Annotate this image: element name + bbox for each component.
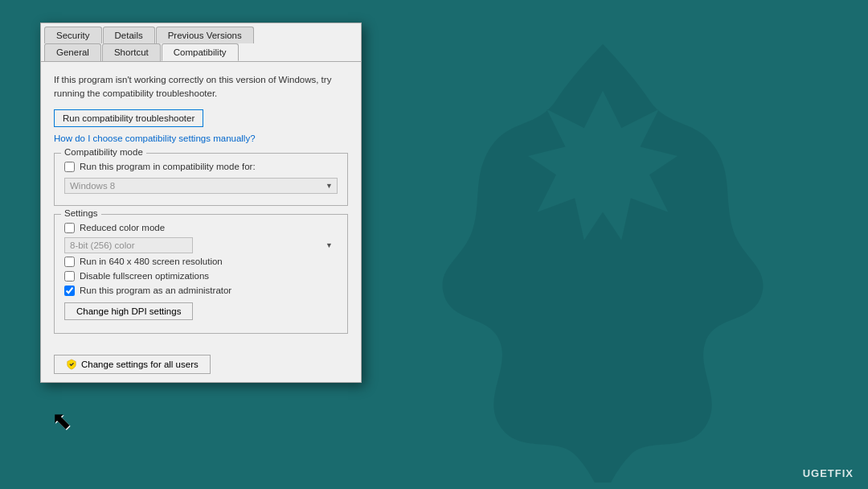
tab-row-bottom: General Shortcut Compatibility <box>41 43 361 61</box>
tab-details[interactable]: Details <box>103 27 155 43</box>
compatibility-mode-group: Compatibility mode Run this program in c… <box>54 153 348 206</box>
all-users-label: Change settings for all users <box>81 360 199 369</box>
tab-bar: Security Details Previous Versions Gener… <box>41 23 361 62</box>
fullscreen-checkbox[interactable] <box>64 271 75 281</box>
manual-settings-link[interactable]: How do I choose compatibility settings m… <box>54 134 348 143</box>
compat-mode-checkbox[interactable] <box>64 162 75 172</box>
reduced-color-label: Reduced color mode <box>80 223 165 232</box>
tab-security[interactable]: Security <box>44 27 102 43</box>
shield-icon <box>66 359 77 370</box>
reduced-color-row: Reduced color mode <box>64 223 338 233</box>
compat-dropdown-wrapper: Windows 8 Windows 7 Windows Vista Window… <box>64 178 338 194</box>
dialog-footer: Change settings for all users <box>41 350 361 382</box>
compat-dropdown[interactable]: Windows 8 Windows 7 Windows Vista Window… <box>64 178 338 194</box>
color-dropdown-arrow-icon: ▼ <box>326 241 333 249</box>
intro-text: If this program isn't working correctly … <box>54 73 348 101</box>
change-all-users-button[interactable]: Change settings for all users <box>54 355 211 374</box>
color-dropdown-wrapper: 8-bit (256) color 16-bit (65536) color ▼ <box>64 237 338 253</box>
compat-mode-checkbox-row: Run this program in compatibility mode f… <box>64 162 338 172</box>
tab-previous-versions[interactable]: Previous Versions <box>156 27 254 43</box>
admin-row: Run this program as an administrator <box>64 286 338 296</box>
reduced-color-checkbox[interactable] <box>64 223 75 233</box>
properties-dialog: Security Details Previous Versions Gener… <box>40 23 362 383</box>
tab-compatibility[interactable]: Compatibility <box>162 43 239 61</box>
tab-content: If this program isn't working correctly … <box>41 62 361 350</box>
tab-shortcut[interactable]: Shortcut <box>102 43 161 61</box>
change-dpi-button[interactable]: Change high DPI settings <box>64 302 193 320</box>
admin-checkbox[interactable] <box>64 286 75 296</box>
watermark: UGETFIX <box>803 467 854 479</box>
compatibility-mode-label: Compatibility mode <box>61 147 146 157</box>
admin-label: Run this program as an administrator <box>80 286 231 295</box>
tab-row-top: Security Details Previous Versions <box>41 23 361 43</box>
tab-general[interactable]: General <box>44 43 101 61</box>
fullscreen-row: Disable fullscreen optimizations <box>64 271 338 281</box>
resolution-checkbox[interactable] <box>64 257 75 267</box>
run-troubleshooter-button[interactable]: Run compatibility troubleshooter <box>54 109 203 127</box>
resolution-row: Run in 640 x 480 screen resolution <box>64 257 338 267</box>
resolution-label: Run in 640 x 480 screen resolution <box>80 257 223 266</box>
color-dropdown[interactable]: 8-bit (256) color 16-bit (65536) color <box>64 237 193 253</box>
cursor: ⬉ <box>51 406 72 434</box>
settings-label: Settings <box>61 208 101 218</box>
fullscreen-label: Disable fullscreen optimizations <box>80 271 209 281</box>
compat-mode-checkbox-label: Run this program in compatibility mode f… <box>80 162 256 171</box>
settings-group: Settings Reduced color mode 8-bit (256) … <box>54 214 348 334</box>
